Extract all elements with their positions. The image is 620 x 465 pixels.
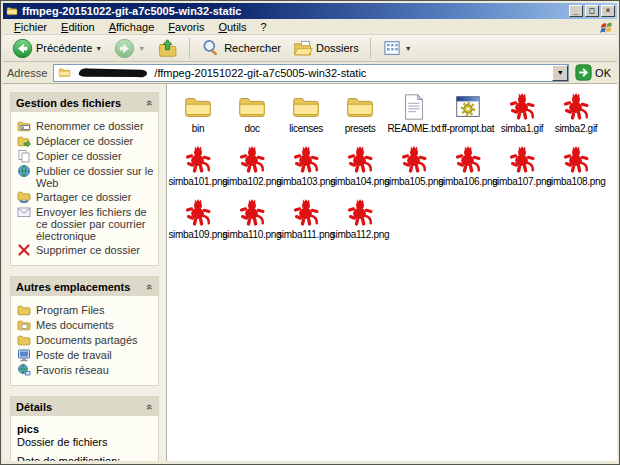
go-label: OK bbox=[595, 67, 611, 79]
file-item-simba101[interactable]: simba101.png bbox=[171, 145, 225, 198]
collapse-chevron-icon[interactable]: « bbox=[144, 403, 156, 409]
file-item-simba102[interactable]: simba102.png bbox=[225, 145, 279, 198]
minimize-button[interactable]: _ bbox=[569, 5, 583, 17]
place-program-files[interactable]: Program Files bbox=[17, 304, 154, 317]
place-documents-partages[interactable]: Documents partagés bbox=[17, 334, 154, 347]
back-dropdown-arrow-icon[interactable]: ▼ bbox=[95, 45, 102, 52]
task-move-folder[interactable]: Déplacer ce dossier bbox=[17, 135, 154, 148]
file-item-readme[interactable]: README.txt bbox=[387, 92, 441, 145]
menu-bar: Fichier Edition Affichage Favoris Outils… bbox=[3, 19, 617, 35]
address-dropdown-button[interactable]: ▼ bbox=[552, 65, 568, 81]
move-folder-icon bbox=[17, 134, 31, 148]
main-area: Gestion des fichiers « Renommer ce dossi… bbox=[3, 84, 617, 461]
file-item-simba105[interactable]: simba105.png bbox=[387, 145, 441, 198]
address-input[interactable]: /ffmpeg-20151022-git-a7c5005-win32-stati… bbox=[53, 64, 569, 82]
menu-outils[interactable]: Outils bbox=[211, 20, 253, 34]
task-publish-web[interactable]: Publier ce dossier sur le Web bbox=[17, 165, 154, 189]
file-grid: bin doc licenses presets README.txt bbox=[171, 92, 615, 251]
red-lion-image-icon bbox=[345, 145, 375, 175]
shared-documents-icon bbox=[17, 333, 31, 347]
task-email-files[interactable]: Envoyer les fichiers de ce dossier par c… bbox=[17, 206, 154, 242]
file-tasks-header[interactable]: Gestion des fichiers « bbox=[11, 93, 158, 112]
place-poste-de-travail[interactable]: Poste de travail bbox=[17, 349, 154, 362]
task-copy-folder[interactable]: Copier ce dossier bbox=[17, 150, 154, 163]
up-button[interactable] bbox=[152, 36, 183, 61]
folder-icon bbox=[5, 5, 19, 17]
folder-icon bbox=[345, 92, 375, 122]
details-header[interactable]: Détails « bbox=[11, 397, 158, 416]
file-item-bin[interactable]: bin bbox=[171, 92, 225, 145]
file-item-simba107[interactable]: simba107.png bbox=[495, 145, 549, 198]
menu-edition[interactable]: Edition bbox=[54, 20, 102, 34]
folders-button[interactable]: Dossiers bbox=[288, 36, 364, 60]
place-favoris-reseau[interactable]: Favoris réseau bbox=[17, 364, 154, 377]
task-rename-folder[interactable]: Renommer ce dossier bbox=[17, 120, 154, 133]
collapse-chevron-icon[interactable]: « bbox=[144, 99, 156, 105]
file-item-simba106[interactable]: simba106.png bbox=[441, 145, 495, 198]
file-item-licenses[interactable]: licenses bbox=[279, 92, 333, 145]
text-file-icon bbox=[399, 92, 429, 122]
title-bar: ffmpeg-20151022-git-a7c5005-win32-static… bbox=[3, 3, 617, 19]
menu-affichage[interactable]: Affichage bbox=[102, 20, 162, 34]
collapse-chevron-icon[interactable]: « bbox=[144, 283, 156, 289]
red-lion-image-icon bbox=[237, 145, 267, 175]
details-title: Détails bbox=[16, 401, 52, 413]
file-item-ff-prompt[interactable]: ff-prompt.bat bbox=[441, 92, 495, 145]
file-item-simba112[interactable]: simba112.png bbox=[333, 198, 387, 251]
place-mes-documents[interactable]: Mes documents bbox=[17, 319, 154, 332]
go-arrow-icon bbox=[575, 64, 592, 81]
file-item-simba110[interactable]: simba110.png bbox=[225, 198, 279, 251]
file-item-simba108[interactable]: simba108.png bbox=[549, 145, 603, 198]
other-places-panel: Autres emplacements « Program Files Mes … bbox=[10, 276, 159, 386]
file-tasks-title: Gestion des fichiers bbox=[16, 97, 121, 109]
search-icon bbox=[201, 38, 221, 58]
task-delete-folder[interactable]: Supprimer ce dossier bbox=[17, 244, 154, 257]
file-item-simba111[interactable]: simba111.png bbox=[279, 198, 333, 251]
file-item-presets[interactable]: presets bbox=[333, 92, 387, 145]
file-item-doc[interactable]: doc bbox=[225, 92, 279, 145]
delete-icon bbox=[17, 243, 31, 257]
address-path: /ffmpeg-20151022-git-a7c5005-win32-stati… bbox=[154, 67, 366, 79]
close-button[interactable]: × bbox=[601, 5, 615, 17]
email-icon bbox=[17, 205, 31, 219]
address-label: Adresse bbox=[7, 67, 49, 79]
file-item-simba1[interactable]: simba1.gif bbox=[495, 92, 549, 145]
views-icon bbox=[382, 38, 402, 58]
explorer-window: ffmpeg-20151022-git-a7c5005-win32-static… bbox=[0, 0, 620, 465]
folder-icon bbox=[237, 92, 267, 122]
censored-path-segment bbox=[75, 67, 151, 78]
address-bar: Adresse /ffmpeg-20151022-git-a7c5005-win… bbox=[3, 62, 617, 84]
folder-icon bbox=[291, 92, 321, 122]
share-folder-icon bbox=[17, 190, 31, 204]
maximize-button[interactable]: □ bbox=[585, 5, 599, 17]
red-lion-image-icon bbox=[507, 145, 537, 175]
batch-file-icon bbox=[453, 92, 483, 122]
back-button[interactable]: Précédente ▼ bbox=[7, 36, 107, 61]
red-lion-image-icon bbox=[291, 145, 321, 175]
red-lion-image-icon bbox=[183, 198, 213, 228]
publish-web-icon bbox=[17, 164, 31, 178]
folder-icon bbox=[17, 303, 31, 317]
file-item-simba2[interactable]: simba2.gif bbox=[549, 92, 603, 145]
file-item-simba104[interactable]: simba104.png bbox=[333, 145, 387, 198]
forward-dropdown-arrow-icon: ▼ bbox=[138, 45, 145, 52]
folders-icon bbox=[293, 38, 313, 58]
file-item-simba103[interactable]: simba103.png bbox=[279, 145, 333, 198]
menu-favoris[interactable]: Favoris bbox=[161, 20, 211, 34]
other-places-header[interactable]: Autres emplacements « bbox=[11, 277, 158, 296]
toolbar: Précédente ▼ ▼ Rechercher Dossiers ▼ bbox=[3, 35, 617, 62]
windows-logo-icon bbox=[599, 20, 615, 34]
toolbar-separator bbox=[189, 38, 190, 58]
computer-icon bbox=[17, 348, 31, 362]
forward-button[interactable]: ▼ bbox=[109, 36, 150, 61]
go-button[interactable]: OK bbox=[573, 64, 613, 81]
search-label: Rechercher bbox=[224, 42, 281, 54]
views-button[interactable]: ▼ bbox=[377, 36, 417, 60]
menu-aide[interactable]: ? bbox=[254, 20, 274, 34]
task-share-folder[interactable]: Partager ce dossier bbox=[17, 191, 154, 204]
views-dropdown-arrow-icon[interactable]: ▼ bbox=[405, 45, 412, 52]
file-item-simba109[interactable]: simba109.png bbox=[171, 198, 225, 251]
menu-fichier[interactable]: Fichier bbox=[7, 20, 54, 34]
search-button[interactable]: Rechercher bbox=[196, 36, 286, 60]
task-pane-sidebar: Gestion des fichiers « Renommer ce dossi… bbox=[3, 84, 167, 461]
